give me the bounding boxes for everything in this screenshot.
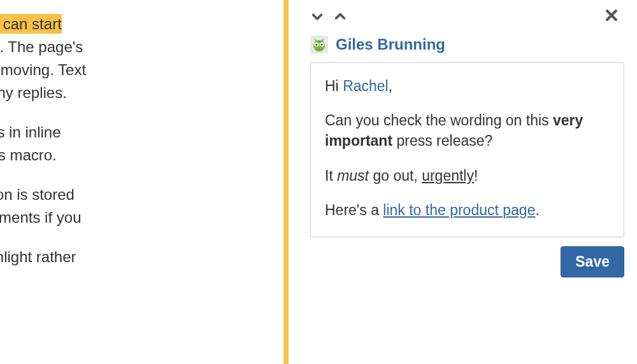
comment-line-3: It must go out, urgently! — [325, 165, 610, 186]
svg-point-7 — [321, 44, 323, 46]
chevron-up-icon[interactable] — [333, 10, 347, 24]
underline-text: urgently — [422, 167, 474, 184]
author-name[interactable]: Giles Brunning — [336, 36, 445, 53]
svg-point-6 — [316, 44, 318, 46]
product-page-link[interactable]: link to the product page — [383, 202, 535, 218]
comment-line-4: Here's a link to the product page. — [325, 200, 610, 220]
paragraph-2: of page comments in inline ed the JIRA i… — [0, 121, 236, 167]
save-button[interactable]: Save — [561, 246, 624, 277]
close-icon[interactable] — [604, 14, 619, 25]
avatar — [310, 36, 328, 53]
mention-rachel[interactable]: Rachel — [343, 78, 389, 94]
inline-comment-panel: Giles Brunning Hi Rachel, Can you check … — [283, 0, 637, 364]
italic-text: must — [337, 167, 369, 184]
comment-line-2: Can you check the wording on this very i… — [325, 110, 610, 151]
paragraph-3: nd the conversation is stored any resolv… — [0, 183, 236, 229]
comment-editor[interactable]: Hi Rachel, Can you check the wording on … — [310, 62, 624, 237]
nav-arrows — [310, 10, 347, 24]
paragraph-4: o the text you highlight rather — [0, 246, 236, 269]
paragraph-1: with one click you can start comment is … — [0, 13, 236, 104]
chevron-down-icon[interactable] — [310, 10, 324, 24]
save-row: Save — [289, 237, 637, 277]
comment-line-1: Hi Rachel, — [325, 76, 610, 96]
comment-author-row: Giles Brunning — [289, 31, 637, 62]
page-content: with one click you can start comment is … — [0, 13, 236, 285]
highlighted-text[interactable]: with one click you can start — [0, 14, 62, 34]
panel-toolbar — [289, 0, 637, 31]
